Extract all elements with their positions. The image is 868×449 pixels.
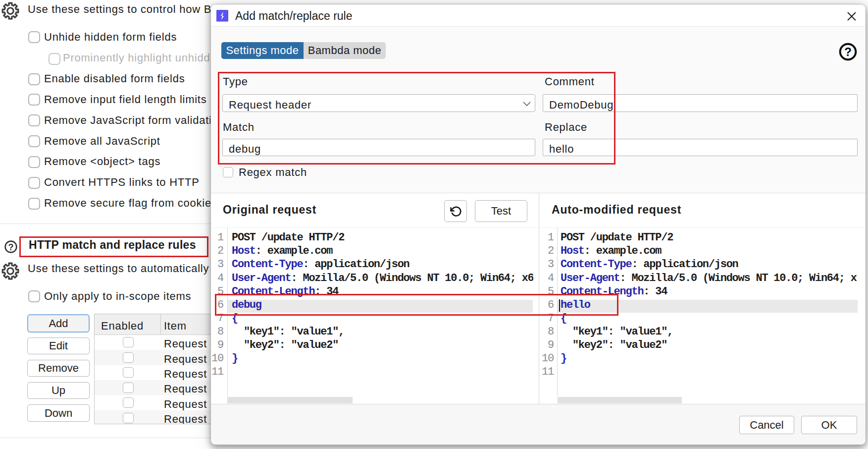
- svg-text:?: ?: [844, 45, 852, 58]
- svg-text:?: ?: [8, 242, 14, 252]
